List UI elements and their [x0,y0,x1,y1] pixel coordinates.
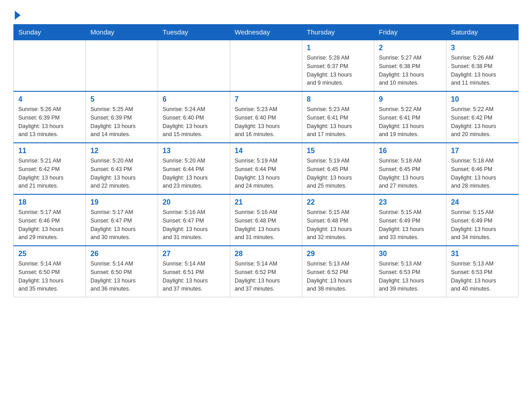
calendar-header-tuesday: Tuesday [158,25,230,40]
calendar-cell: 20Sunrise: 5:16 AMSunset: 6:47 PMDayligh… [158,194,230,246]
day-number: 12 [90,147,153,155]
day-number: 26 [90,250,153,258]
calendar-cell: 31Sunrise: 5:13 AMSunset: 6:53 PMDayligh… [446,246,519,297]
day-number: 23 [379,198,442,206]
day-info: Sunrise: 5:14 AMSunset: 6:51 PMDaylight:… [163,260,225,293]
day-info: Sunrise: 5:24 AMSunset: 6:40 PMDaylight:… [163,105,225,139]
day-info: Sunrise: 5:26 AMSunset: 6:39 PMDaylight:… [18,105,81,139]
day-info: Sunrise: 5:16 AMSunset: 6:48 PMDaylight:… [235,208,297,242]
day-info: Sunrise: 5:14 AMSunset: 6:50 PMDaylight:… [90,260,153,293]
calendar-cell: 15Sunrise: 5:19 AMSunset: 6:45 PMDayligh… [302,143,374,194]
calendar-table: SundayMondayTuesdayWednesdayThursdayFrid… [13,24,519,297]
day-info: Sunrise: 5:19 AMSunset: 6:45 PMDaylight:… [307,157,369,190]
day-number: 14 [235,147,297,155]
calendar-header-thursday: Thursday [302,25,374,40]
day-number: 29 [307,250,369,258]
day-number: 18 [18,198,81,206]
calendar-cell: 16Sunrise: 5:18 AMSunset: 6:45 PMDayligh… [374,143,446,194]
calendar-week-row: 4Sunrise: 5:26 AMSunset: 6:39 PMDaylight… [14,91,519,143]
calendar-cell: 25Sunrise: 5:14 AMSunset: 6:50 PMDayligh… [14,246,86,297]
calendar-week-row: 11Sunrise: 5:21 AMSunset: 6:42 PMDayligh… [14,143,519,194]
day-info: Sunrise: 5:19 AMSunset: 6:44 PMDaylight:… [235,157,297,190]
day-number: 11 [18,147,81,155]
calendar-cell: 3Sunrise: 5:26 AMSunset: 6:38 PMDaylight… [446,40,519,91]
day-number: 8 [307,95,369,103]
calendar-cell: 4Sunrise: 5:26 AMSunset: 6:39 PMDaylight… [14,91,86,143]
calendar-cell [14,40,86,91]
calendar-week-row: 25Sunrise: 5:14 AMSunset: 6:50 PMDayligh… [14,246,519,297]
calendar-cell: 22Sunrise: 5:15 AMSunset: 6:48 PMDayligh… [302,194,374,246]
calendar-cell: 23Sunrise: 5:15 AMSunset: 6:49 PMDayligh… [374,194,446,246]
calendar-cell: 8Sunrise: 5:23 AMSunset: 6:41 PMDaylight… [302,91,374,143]
calendar-cell: 11Sunrise: 5:21 AMSunset: 6:42 PMDayligh… [14,143,86,194]
day-info: Sunrise: 5:15 AMSunset: 6:49 PMDaylight:… [451,208,514,242]
calendar-cell: 1Sunrise: 5:28 AMSunset: 6:37 PMDaylight… [302,40,374,91]
day-info: Sunrise: 5:20 AMSunset: 6:44 PMDaylight:… [163,157,225,190]
day-info: Sunrise: 5:20 AMSunset: 6:43 PMDaylight:… [90,157,153,190]
day-info: Sunrise: 5:28 AMSunset: 6:37 PMDaylight:… [307,54,369,87]
day-number: 2 [379,44,442,52]
page-header [13,9,519,20]
calendar-cell: 13Sunrise: 5:20 AMSunset: 6:44 PMDayligh… [158,143,230,194]
calendar-header-wednesday: Wednesday [230,25,302,40]
calendar-header-friday: Friday [374,25,446,40]
day-number: 13 [163,147,225,155]
calendar-cell: 30Sunrise: 5:13 AMSunset: 6:53 PMDayligh… [374,246,446,297]
calendar-header-row: SundayMondayTuesdayWednesdayThursdayFrid… [14,25,519,40]
calendar-cell: 27Sunrise: 5:14 AMSunset: 6:51 PMDayligh… [158,246,230,297]
day-number: 15 [307,147,369,155]
calendar-header-sunday: Sunday [14,25,86,40]
day-info: Sunrise: 5:15 AMSunset: 6:49 PMDaylight:… [379,208,442,242]
day-number: 7 [235,95,297,103]
day-info: Sunrise: 5:18 AMSunset: 6:46 PMDaylight:… [451,157,514,190]
day-info: Sunrise: 5:23 AMSunset: 6:40 PMDaylight:… [235,105,297,139]
day-number: 17 [451,147,514,155]
calendar-cell: 12Sunrise: 5:20 AMSunset: 6:43 PMDayligh… [86,143,158,194]
calendar-cell: 14Sunrise: 5:19 AMSunset: 6:44 PMDayligh… [230,143,302,194]
day-info: Sunrise: 5:27 AMSunset: 6:38 PMDaylight:… [379,54,442,87]
day-info: Sunrise: 5:26 AMSunset: 6:38 PMDaylight:… [451,54,514,87]
calendar-cell: 2Sunrise: 5:27 AMSunset: 6:38 PMDaylight… [374,40,446,91]
calendar-week-row: 18Sunrise: 5:17 AMSunset: 6:46 PMDayligh… [14,194,519,246]
day-number: 5 [90,95,153,103]
day-info: Sunrise: 5:22 AMSunset: 6:41 PMDaylight:… [379,105,442,139]
day-number: 30 [379,250,442,258]
calendar-cell [158,40,230,91]
day-number: 31 [451,250,514,258]
day-info: Sunrise: 5:18 AMSunset: 6:45 PMDaylight:… [379,157,442,190]
day-number: 28 [235,250,297,258]
logo [13,9,21,20]
day-info: Sunrise: 5:14 AMSunset: 6:52 PMDaylight:… [235,260,297,293]
calendar-cell: 24Sunrise: 5:15 AMSunset: 6:49 PMDayligh… [446,194,519,246]
day-number: 25 [18,250,81,258]
day-info: Sunrise: 5:21 AMSunset: 6:42 PMDaylight:… [18,157,81,190]
day-info: Sunrise: 5:17 AMSunset: 6:47 PMDaylight:… [90,208,153,242]
day-number: 16 [379,147,442,155]
day-number: 20 [163,198,225,206]
calendar-cell [86,40,158,91]
day-info: Sunrise: 5:14 AMSunset: 6:50 PMDaylight:… [18,260,81,293]
day-number: 4 [18,95,81,103]
calendar-cell: 19Sunrise: 5:17 AMSunset: 6:47 PMDayligh… [86,194,158,246]
calendar-cell [230,40,302,91]
day-number: 22 [307,198,369,206]
calendar-cell: 21Sunrise: 5:16 AMSunset: 6:48 PMDayligh… [230,194,302,246]
calendar-cell: 6Sunrise: 5:24 AMSunset: 6:40 PMDaylight… [158,91,230,143]
calendar-header-saturday: Saturday [446,25,519,40]
day-number: 6 [163,95,225,103]
calendar-cell: 5Sunrise: 5:25 AMSunset: 6:39 PMDaylight… [86,91,158,143]
day-number: 19 [90,198,153,206]
day-info: Sunrise: 5:13 AMSunset: 6:53 PMDaylight:… [451,260,514,293]
day-number: 1 [307,44,369,52]
day-info: Sunrise: 5:22 AMSunset: 6:42 PMDaylight:… [451,105,514,139]
calendar-cell: 28Sunrise: 5:14 AMSunset: 6:52 PMDayligh… [230,246,302,297]
day-number: 10 [451,95,514,103]
calendar-cell: 7Sunrise: 5:23 AMSunset: 6:40 PMDaylight… [230,91,302,143]
calendar-cell: 29Sunrise: 5:13 AMSunset: 6:52 PMDayligh… [302,246,374,297]
calendar-cell: 9Sunrise: 5:22 AMSunset: 6:41 PMDaylight… [374,91,446,143]
day-info: Sunrise: 5:25 AMSunset: 6:39 PMDaylight:… [90,105,153,139]
day-info: Sunrise: 5:13 AMSunset: 6:53 PMDaylight:… [379,260,442,293]
day-number: 9 [379,95,442,103]
day-number: 21 [235,198,297,206]
day-number: 24 [451,198,514,206]
